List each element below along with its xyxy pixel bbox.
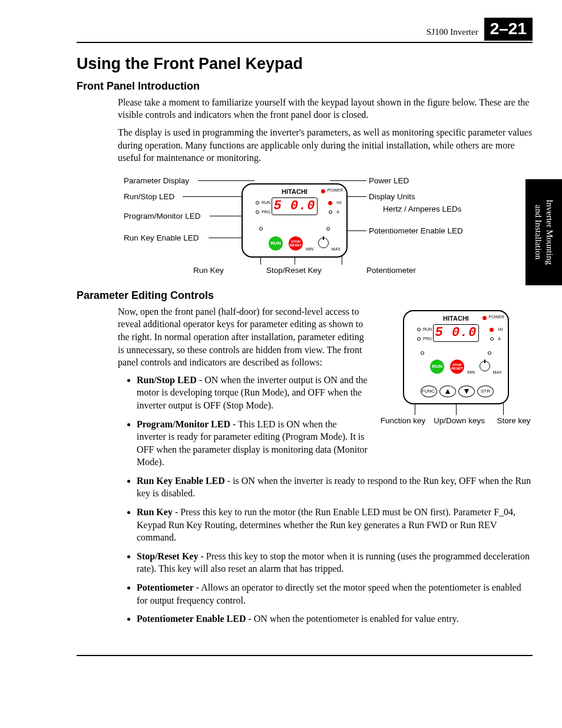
callout-runkey-enable-led: Run Key Enable LED: [124, 233, 199, 242]
bullet-term: Run/Stop LED: [137, 375, 197, 385]
page-title: Using the Front Panel Keypad: [77, 55, 533, 73]
up-key[interactable]: [439, 386, 456, 397]
bullet-term: Potentiometer Enable LED: [137, 614, 246, 624]
power-label: POWER: [328, 188, 343, 192]
runkey-enable-led-icon: [259, 227, 263, 230]
keypad-open-graphic: HITACHI POWER 5 0.0 RUN PRG Hz A RUN STO…: [403, 310, 509, 404]
bullet-term: Run Key Enable LED: [137, 476, 225, 486]
intro-p1: Please take a moment to familiarize your…: [118, 96, 533, 121]
callout-updown-keys: Up/Down keys: [434, 416, 481, 425]
page-number: 2–21: [484, 18, 533, 41]
list-item: Run Key Enable LED - is ON when the inve…: [137, 475, 533, 500]
lcd2-readout: 5 0.0: [433, 324, 479, 342]
prg-led-icon: [256, 210, 259, 214]
hz2-led-label: Hz: [498, 327, 503, 331]
prg-led-label: PRG: [262, 210, 270, 214]
bullet-term: Program/Monitor LED: [137, 419, 230, 429]
prg2-led-icon: [417, 337, 421, 341]
callout-prog-monitor-led: Program/Monitor LED: [124, 212, 201, 220]
runkey2-enable-led-icon: [421, 351, 424, 355]
lcd-readout: 5 0.0: [272, 197, 318, 215]
callout-power-led: Power LED: [369, 176, 409, 185]
svg-marker-0: [445, 389, 450, 394]
bullet-term: Stop/Reset Key: [137, 551, 198, 561]
callout-runstop-led: Run/Stop LED: [124, 192, 174, 201]
a2-led-label: A: [498, 337, 501, 341]
pot2-enable-led-icon: [488, 351, 491, 355]
potentiometer2-knob[interactable]: [480, 361, 490, 371]
list-item: Stop/Reset Key - Press this key to stop …: [137, 550, 533, 575]
edit-heading: Parameter Editing Controls: [77, 289, 533, 302]
list-item: Potentiometer Enable LED - ON when the p…: [137, 612, 533, 625]
callout-stop-reset-key: Stop/Reset Key: [266, 266, 322, 275]
hz-led-label: Hz: [336, 200, 342, 205]
doc-id: SJ100 Inverter: [427, 27, 478, 41]
run2-led-icon: [417, 328, 421, 331]
a-led-icon: [329, 210, 332, 214]
callout-parameter-display: Parameter Display: [124, 176, 189, 185]
keypad-brand: HITACHI: [282, 188, 308, 195]
pot2-min-label: MIN: [467, 370, 475, 374]
list-item: Potentiometer - Allows an operator to di…: [137, 581, 533, 607]
bullet-text: - Press this key to run the motor (the R…: [137, 507, 515, 542]
callout-potentiometer: Potentiometer: [366, 266, 416, 275]
a-led-label: A: [336, 210, 339, 214]
keypad2-brand: HITACHI: [443, 315, 469, 322]
callout-function-key: Function key: [379, 416, 427, 425]
figure-keypad-open: HITACHI POWER 5 0.0 RUN PRG Hz A RUN STO…: [379, 305, 533, 453]
power-led-icon: [321, 189, 325, 193]
callout-store-key: Store key: [496, 416, 531, 425]
hz-led-icon: [328, 201, 332, 205]
keypad-graphic: HITACHI POWER 5 0.0 RUN PRG Hz A RUN STO…: [242, 183, 348, 258]
stop2-reset-button[interactable]: STOP RESET: [450, 360, 464, 374]
callout-run-key: Run Key: [193, 266, 224, 275]
bullet-term: Run Key: [137, 507, 173, 517]
run2-button[interactable]: RUN: [430, 360, 444, 374]
run-led-icon: [256, 201, 259, 205]
svg-marker-1: [464, 389, 469, 394]
bullet-term: Potentiometer: [137, 582, 194, 592]
callout-display-units: Display Units: [369, 192, 415, 201]
pot-enable-led-icon: [326, 227, 330, 230]
bullet-text: - ON when the potentiometer is enabled f…: [246, 614, 458, 624]
func-key[interactable]: FUNC.: [421, 386, 437, 397]
prg2-led-label: PRG: [423, 337, 432, 341]
a2-led-icon: [490, 337, 494, 341]
list-item: Run Key - Press this key to run the moto…: [137, 506, 533, 544]
potentiometer-knob[interactable]: [318, 238, 329, 248]
bullet-text: - Allows an operator to directly set the…: [137, 582, 521, 605]
down-key[interactable]: [458, 386, 475, 397]
pot-max-label: MAX: [332, 247, 340, 251]
run2-led-label: RUN: [423, 327, 432, 331]
footer-rule: [77, 655, 533, 656]
run-button[interactable]: RUN: [269, 236, 283, 251]
str-key[interactable]: STR: [477, 386, 494, 397]
intro-p2: The display is used in programming the i…: [118, 126, 533, 164]
figure-keypad-closed: Parameter Display Run/Stop LED Program/M…: [77, 173, 533, 279]
callout-hz-a-leds: Hertz / Amperes LEDs: [383, 205, 462, 213]
power2-label: POWER: [489, 315, 504, 319]
pot2-max-label: MAX: [493, 370, 502, 374]
callout-pot-enable-led: Potentiometer Enable LED: [369, 226, 463, 235]
hz2-led-icon: [490, 328, 494, 332]
stop-reset-button[interactable]: STOP RESET: [289, 236, 303, 251]
header: SJ100 Inverter 2–21: [77, 18, 533, 43]
pot-min-label: MIN: [306, 247, 313, 251]
power2-led-icon: [482, 316, 487, 320]
intro-heading: Front Panel Introduction: [77, 80, 533, 93]
run-led-label: RUN: [262, 200, 270, 205]
